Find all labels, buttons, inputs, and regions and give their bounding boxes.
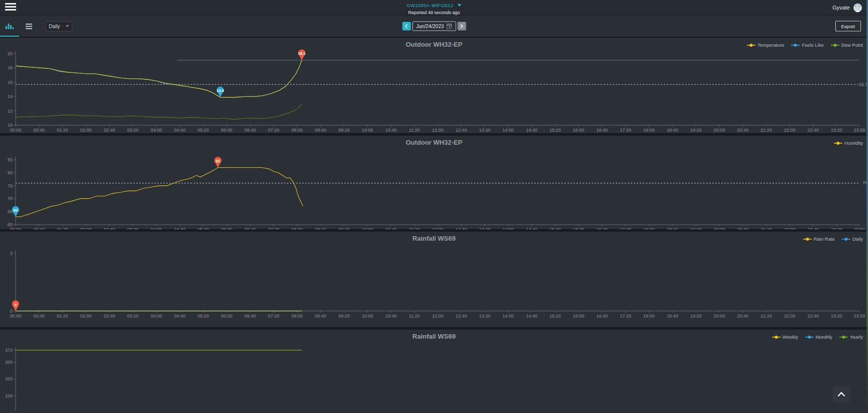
export-button[interactable]: Export	[835, 21, 861, 32]
svg-text:09:20: 09:20	[338, 227, 350, 230]
date-value: Jun/24/2023	[416, 24, 444, 29]
date-picker[interactable]: Jun/24/2023	[412, 22, 456, 31]
legend-item-rain-rate[interactable]: Rain Rate	[803, 236, 835, 242]
chevron-down-icon	[457, 4, 461, 7]
chart-panel-rainfall-totals: Rainfall WS69 WeeklyMonthlyYearly 372300…	[0, 330, 868, 413]
svg-text:03:20: 03:20	[127, 227, 139, 230]
range-select-value: Daily	[49, 24, 60, 29]
svg-text:20:00: 20:00	[714, 314, 725, 319]
svg-text:300: 300	[5, 360, 13, 365]
tab-list-view[interactable]	[19, 16, 38, 37]
device-selector[interactable]: GW1000A-WIFI2612	[407, 3, 461, 8]
svg-text:0: 0	[15, 302, 17, 307]
svg-text:01:20: 01:20	[57, 128, 68, 133]
svg-text:04:40: 04:40	[174, 314, 185, 319]
svg-text:10:00: 10:00	[362, 227, 373, 230]
svg-text:04:00: 04:00	[151, 227, 162, 230]
scroll-to-top-button[interactable]	[833, 386, 850, 402]
chart-toolbar: Daily Jun/24/2023 Export	[0, 15, 868, 37]
svg-text:05:20: 05:20	[198, 314, 209, 319]
marker-pin-max: 19.1	[298, 49, 306, 60]
svg-text:12:00: 12:00	[432, 314, 444, 319]
svg-text:16: 16	[8, 80, 13, 85]
svg-text:09:20: 09:20	[338, 128, 350, 133]
date-prev-button[interactable]	[402, 22, 411, 31]
chart-legend: WeeklyMonthlyYearly	[772, 334, 863, 340]
svg-text:20: 20	[8, 51, 13, 56]
svg-text:11:20: 11:20	[409, 227, 420, 230]
svg-text:00:00: 00:00	[10, 227, 22, 230]
chart-plot: 7685807570656000:0000:4001:2002:0002:400…	[0, 147, 868, 230]
legend-item-temperature[interactable]: Temperature	[747, 42, 784, 48]
svg-text:16:00: 16:00	[573, 314, 585, 319]
legend-item-daily[interactable]: Daily	[842, 236, 863, 242]
svg-text:02:00: 02:00	[80, 314, 92, 319]
svg-text:12:40: 12:40	[455, 128, 467, 133]
svg-text:13.9: 13.9	[217, 88, 224, 93]
svg-text:17:20: 17:20	[620, 314, 631, 319]
svg-text:08:00: 08:00	[292, 227, 303, 230]
svg-text:19.1: 19.1	[298, 51, 306, 56]
svg-text:14:40: 14:40	[526, 128, 538, 133]
svg-text:22:40: 22:40	[808, 227, 819, 230]
svg-text:10:40: 10:40	[385, 314, 397, 319]
svg-text:18:00: 18:00	[643, 227, 655, 230]
svg-text:19:20: 19:20	[690, 314, 702, 319]
svg-text:20:40: 20:40	[737, 227, 749, 230]
legend-item-weekly[interactable]: Weekly	[772, 334, 798, 340]
range-select[interactable]: Daily	[45, 21, 72, 32]
svg-text:23:59: 23:59	[854, 128, 865, 133]
svg-text:15:20: 15:20	[549, 128, 561, 133]
tab-chart-view[interactable]	[0, 16, 19, 37]
svg-text:23:20: 23:20	[831, 128, 842, 133]
bar-chart-icon	[6, 22, 14, 29]
marker-pin-max: 0	[12, 300, 19, 311]
svg-text:07:20: 07:20	[268, 314, 279, 319]
chart-legend: Rain RateDaily	[803, 236, 863, 242]
chart-title: Rainfall WS69	[0, 330, 868, 340]
svg-text:20:00: 20:00	[714, 227, 725, 230]
user-menu[interactable]: Gyvate	[832, 0, 862, 15]
svg-text:14:40: 14:40	[526, 314, 538, 319]
legend-item-monthly[interactable]: Monthly	[805, 334, 832, 340]
svg-text:16:00: 16:00	[573, 128, 585, 133]
legend-item-yearly[interactable]: Yearly	[839, 334, 863, 340]
menu-icon[interactable]	[5, 3, 16, 13]
svg-text:15.7: 15.7	[858, 82, 867, 87]
date-next-button[interactable]	[457, 22, 466, 31]
svg-text:0: 0	[10, 308, 13, 314]
svg-text:08:00: 08:00	[292, 314, 303, 319]
legend-marker-icon	[831, 43, 839, 47]
svg-text:02:00: 02:00	[80, 227, 92, 230]
svg-text:18: 18	[8, 65, 13, 70]
legend-marker-icon	[842, 237, 850, 241]
svg-text:20:40: 20:40	[737, 128, 749, 133]
svg-text:18:40: 18:40	[667, 227, 679, 230]
svg-text:16:00: 16:00	[573, 227, 585, 230]
svg-text:13:20: 13:20	[479, 314, 491, 319]
svg-text:04:40: 04:40	[174, 227, 185, 230]
svg-text:06:40: 06:40	[244, 314, 256, 319]
svg-text:21:20: 21:20	[760, 128, 772, 133]
svg-text:100: 100	[5, 393, 13, 398]
legend-item-dew-point[interactable]: Dew Point	[831, 42, 863, 48]
svg-text:60: 60	[8, 222, 13, 227]
svg-text:16:40: 16:40	[597, 227, 608, 230]
legend-marker-icon	[834, 141, 842, 145]
svg-text:08:40: 08:40	[315, 227, 326, 230]
svg-text:18:40: 18:40	[667, 128, 679, 133]
chart-panel-outdoor-temperature: Outdoor WH32-EP TemperatureFeels LikeDew…	[0, 38, 868, 133]
svg-text:22:00: 22:00	[784, 227, 796, 230]
svg-text:85: 85	[8, 157, 13, 162]
svg-text:16:40: 16:40	[597, 128, 608, 133]
svg-text:14:00: 14:00	[503, 227, 514, 230]
svg-text:12:40: 12:40	[455, 314, 467, 319]
svg-text:04:00: 04:00	[151, 314, 162, 319]
svg-text:06:00: 06:00	[221, 128, 233, 133]
top-header: GW1000A-WIFI2612 Reported 49 seconds ago…	[0, 0, 868, 15]
svg-text:03:20: 03:20	[127, 128, 139, 133]
svg-text:14:00: 14:00	[503, 314, 514, 319]
svg-text:372: 372	[5, 348, 13, 353]
legend-item-humidity[interactable]: Humidity	[834, 140, 863, 146]
legend-item-feels-like[interactable]: Feels Like	[791, 42, 823, 48]
